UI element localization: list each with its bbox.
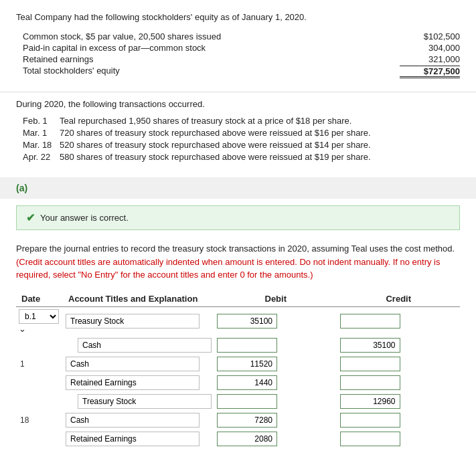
credit-input-2a[interactable] [340,357,400,371]
debit-cell-3b [214,430,337,448]
credit-cell-3b [337,430,461,448]
equity-row-2: Paid-in capital in excess of par—common … [23,43,460,53]
account-input-3b[interactable] [66,432,200,446]
debit-cell-1a [214,306,337,336]
during-text: During 2020, the following transactions … [16,99,460,109]
credit-input-1b[interactable] [340,338,400,353]
equity-amount-total: $727,500 [400,66,460,78]
date-dropdown-1[interactable]: b.1 [19,309,59,324]
account-input-1b[interactable] [78,338,212,353]
equity-label-1: Common stock, $5 par value, 20,500 share… [23,31,221,41]
instructions-main: Prepare the journal entries to record th… [16,244,455,254]
transaction-date-1: Feb. 1 [23,116,60,126]
journal-wrapper: Date Account Titles and Explanation Debi… [0,291,476,455]
table-row: b.1 ⌄ [16,306,460,336]
credit-input-1a[interactable] [340,314,400,329]
table-row: 1 [16,355,460,373]
transaction-date-3: Mar. 18 [23,140,60,150]
transaction-4: Apr. 22 580 shares of treasury stock rep… [23,152,460,162]
equity-table: Common stock, $5 par value, 20,500 share… [23,31,460,78]
account-title-cell-2c [63,392,214,411]
transaction-date-4: Apr. 22 [23,152,60,162]
journal-table: Date Account Titles and Explanation Debi… [16,291,460,448]
date-cell-1b [16,336,63,355]
transaction-3: Mar. 18 520 shares of treasury stock rep… [23,140,460,150]
instructions: Prepare the journal entries to record th… [0,237,476,287]
equity-label-3: Retained earnings [23,54,210,64]
table-row [16,392,460,411]
equity-label-total: Total stockholders' equity [23,66,210,78]
debit-cell-2a [214,355,337,373]
debit-input-3b[interactable] [217,432,277,446]
table-row [16,336,460,355]
equity-row-3: Retained earnings 321,000 [23,54,460,64]
account-title-cell-1a [63,306,214,336]
debit-cell-2b [214,373,337,392]
check-icon: ✔ [26,211,35,224]
transaction-desc-3: 520 shares of treasury stock repurchased… [60,140,460,150]
table-row: 18 [16,411,460,430]
credit-cell-1b [337,336,461,355]
debit-cell-3a [214,411,337,430]
credit-input-3a[interactable] [340,413,400,428]
equity-label-2: Paid-in capital in excess of par—common … [23,43,210,53]
debit-input-1a[interactable] [217,314,277,329]
answer-correct-banner: ✔ Your answer is correct. [16,205,460,230]
credit-input-3b[interactable] [340,432,400,446]
debit-input-1b[interactable] [217,338,277,353]
row-chevron-icon: ⌄ [19,324,26,334]
credit-cell-2a [337,355,461,373]
equity-amount-1: $102,500 [400,31,460,41]
table-row [16,373,460,392]
account-title-cell-3a [63,411,214,430]
account-input-1a[interactable] [66,314,200,329]
equity-amount-2: 304,000 [400,43,460,53]
debit-cell-1b [214,336,337,355]
credit-input-2c[interactable] [340,394,400,409]
transaction-date-2: Mar. 1 [23,128,60,138]
header-account: Account Titles and Explanation [63,291,214,307]
credit-input-2b[interactable] [340,375,400,390]
part-section: (a) [0,177,476,199]
header-date: Date [16,291,63,307]
account-title-cell-2b [63,373,214,392]
debit-input-2c[interactable] [217,394,277,409]
row-number-2: 1 [19,359,25,369]
date-cell-2: 1 [16,355,63,373]
transaction-list: Feb. 1 Teal repurchased 1,950 shares of … [23,116,460,162]
debit-input-2b[interactable] [217,375,277,390]
account-input-2a[interactable] [66,357,200,371]
intro-text: Teal Company had the following stockhold… [16,12,460,22]
equity-row-total: Total stockholders' equity $727,500 [23,66,460,78]
account-title-cell-3b [63,430,214,448]
equity-amount-3: 321,000 [400,54,460,64]
credit-cell-2c [337,392,461,411]
date-cell-3: 18 [16,411,63,430]
transaction-desc-2: 720 shares of treasury stock repurchased… [60,128,460,138]
account-title-cell-2a [63,355,214,373]
instructions-red: (Credit account titles are automatically… [16,257,441,280]
transaction-desc-1: Teal repurchased 1,950 shares of treasur… [60,116,460,126]
answer-correct-text: Your answer is correct. [40,213,129,223]
account-input-2b[interactable] [66,375,200,390]
date-cell-2c [16,392,63,411]
table-row [16,430,460,448]
account-title-cell-1b [63,336,214,355]
date-cell-3b [16,430,63,448]
debit-input-3a[interactable] [217,413,277,428]
credit-cell-3a [337,411,461,430]
debit-cell-2c [214,392,337,411]
account-input-3a[interactable] [66,413,200,428]
row-number-3: 18 [19,415,29,425]
transaction-1: Feb. 1 Teal repurchased 1,950 shares of … [23,116,460,126]
date-cell-1: b.1 ⌄ [16,306,63,336]
date-cell-2b [16,373,63,392]
credit-cell-2b [337,373,461,392]
debit-input-2a[interactable] [217,357,277,371]
transaction-desc-4: 580 shares of treasury stock repurchased… [60,152,460,162]
account-input-2c[interactable] [78,394,212,409]
part-label: (a) [16,183,27,193]
transaction-2: Mar. 1 720 shares of treasury stock repu… [23,128,460,138]
header-credit: Credit [337,291,461,307]
header-debit: Debit [214,291,337,307]
